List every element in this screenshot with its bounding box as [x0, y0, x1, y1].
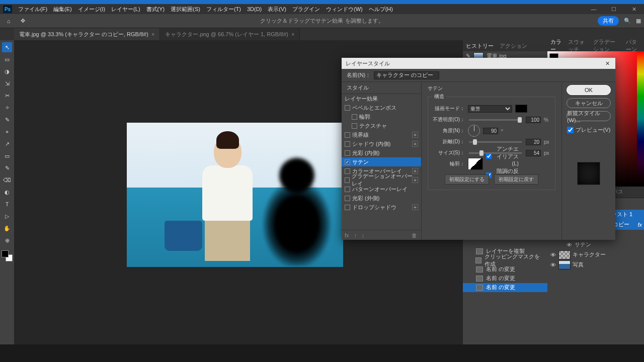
menu-window[interactable]: ウィンドウ(W)	[326, 6, 363, 13]
style-checkbox[interactable]	[345, 168, 350, 174]
trash-icon[interactable]: 🗑	[412, 232, 417, 238]
add-icon[interactable]: +	[412, 141, 418, 147]
share-button[interactable]: 共有	[598, 16, 619, 26]
layer-effect-header[interactable]: レイヤー効果	[342, 94, 421, 103]
style-item-ドロップシャドウ[interactable]: ドロップシャドウ+	[342, 203, 421, 212]
style-item-サテン[interactable]: ✓サテン	[342, 157, 421, 166]
layer-name-input[interactable]	[374, 71, 439, 79]
up-icon[interactable]: ↑	[354, 232, 357, 238]
preview-checkbox[interactable]: プレビュー(V)	[567, 126, 611, 134]
add-icon[interactable]: +	[412, 132, 418, 138]
antialias-checkbox[interactable]: アンチエイリアス(L)	[486, 145, 519, 166]
style-checkbox[interactable]	[345, 132, 350, 138]
new-style-button[interactable]: 新規スタイル(W)...	[567, 111, 611, 121]
menu-image[interactable]: イメージ(I)	[78, 6, 105, 13]
style-checkbox[interactable]	[345, 196, 350, 201]
history-item[interactable]: クリッピングマスクを作成	[463, 256, 547, 265]
actions-tab[interactable]: アクション	[500, 42, 527, 50]
style-checkbox[interactable]: ✓	[345, 159, 350, 165]
heal-tool[interactable]: ✎	[2, 115, 12, 125]
menu-file[interactable]: ファイル(F)	[18, 6, 47, 13]
home-icon[interactable]: ⌂	[4, 17, 13, 26]
menu-3d[interactable]: 3D(D)	[247, 6, 262, 12]
style-item-シャドウ (内側)[interactable]: シャドウ (内側)+	[342, 139, 421, 148]
eye-icon[interactable]: 👁	[566, 242, 573, 248]
make-default-button[interactable]: 初期設定にする	[445, 174, 489, 185]
style-checkbox[interactable]	[345, 187, 350, 192]
opacity-input[interactable]	[526, 117, 541, 123]
close-icon[interactable]: ×	[291, 31, 294, 37]
menu-select[interactable]: 選択範囲(S)	[171, 6, 200, 13]
style-item-光彩 (外側)[interactable]: 光彩 (外側)	[342, 194, 421, 203]
add-icon[interactable]: +	[412, 177, 418, 183]
gradient-tool[interactable]: ⌫	[2, 175, 12, 185]
frame-tool[interactable]: ✂	[2, 90, 12, 101]
style-checkbox[interactable]	[345, 150, 350, 156]
menu-view[interactable]: 表示(V)	[268, 6, 286, 13]
contour-picker[interactable]	[468, 158, 483, 170]
style-checkbox[interactable]	[345, 177, 350, 183]
layer-row[interactable]: 👁写真	[547, 260, 644, 270]
style-item-輪郭[interactable]: 輪郭	[342, 112, 421, 121]
lasso-tool[interactable]: ◑	[2, 66, 12, 76]
color-swatch[interactable]	[515, 105, 527, 113]
path-tool[interactable]: ▷	[2, 211, 12, 221]
workspace-icon[interactable]: ▦	[636, 18, 641, 24]
style-checkbox[interactable]	[352, 123, 357, 129]
history-item[interactable]: 名前 の変更	[463, 283, 547, 292]
dialog-close-icon[interactable]: ✕	[603, 59, 611, 67]
window-maximize-icon[interactable]: ☐	[604, 4, 624, 14]
eyedropper-tool[interactable]: ✧	[2, 103, 12, 113]
distance-input[interactable]	[526, 139, 541, 145]
style-item-境界線[interactable]: 境界線+	[342, 130, 421, 139]
type-tool[interactable]: T	[2, 199, 12, 209]
fx-icon[interactable]: fx	[345, 232, 349, 238]
distance-slider[interactable]	[469, 141, 522, 143]
menu-plugin[interactable]: プラグイン	[292, 6, 320, 13]
doc-tab-1[interactable]: 電車.jpg @ 33.3% (キャラクター のコピー, RGB/8#) ×	[14, 28, 160, 40]
hand-tool[interactable]: ✋	[2, 223, 12, 233]
fg-bg-swatch[interactable]	[2, 250, 13, 261]
history-item[interactable]: 名前 の変更	[463, 274, 547, 283]
move-tool-icon[interactable]: ✥	[18, 17, 27, 26]
style-checkbox[interactable]	[345, 205, 350, 210]
style-checkbox[interactable]	[345, 141, 350, 147]
style-item-ベベルとエンボス[interactable]: ベベルとエンボス	[342, 103, 421, 112]
doc-tab-2[interactable]: キャラクター.png @ 66.7% (レイヤー 1, RGB/8#) ×	[160, 28, 300, 40]
size-input[interactable]	[526, 150, 541, 156]
eraser-tool[interactable]: ✎	[2, 163, 12, 173]
marquee-tool[interactable]: ▭	[2, 54, 12, 64]
reset-default-button[interactable]: 初期設定に戻す	[494, 174, 538, 185]
window-close-icon[interactable]: ✕	[624, 4, 644, 14]
style-checkbox[interactable]	[345, 105, 350, 111]
style-checkbox[interactable]	[352, 114, 357, 120]
history-brush-tool[interactable]: ▭	[2, 151, 12, 161]
search-icon[interactable]: 🔍	[624, 18, 631, 24]
cancel-button[interactable]: キャンセル	[567, 98, 611, 108]
add-icon[interactable]: +	[412, 204, 418, 210]
angle-input[interactable]	[483, 128, 498, 134]
blend-mode-select[interactable]: 乗算	[468, 105, 512, 113]
zoom-tool[interactable]: ⊕	[2, 235, 12, 245]
blur-tool[interactable]: ◐	[2, 187, 12, 197]
style-item-パターンオーバーレイ[interactable]: パターンオーバーレイ	[342, 185, 421, 194]
brush-tool[interactable]: ⌖	[2, 127, 12, 137]
ok-button[interactable]: OK	[567, 85, 611, 95]
menu-filter[interactable]: フィルター(T)	[206, 6, 241, 13]
angle-dial[interactable]	[468, 125, 480, 137]
close-icon[interactable]: ×	[151, 31, 154, 37]
layer-row[interactable]: 👁サテン	[547, 240, 644, 250]
document-image[interactable]	[127, 123, 343, 267]
style-item-グラデーションオーバーレイ[interactable]: グラデーションオーバーレイ+	[342, 175, 421, 185]
layer-row[interactable]: 👁キャラクター	[547, 250, 644, 260]
style-item-光彩 (内側)[interactable]: 光彩 (内側)	[342, 148, 421, 157]
opacity-slider[interactable]	[469, 119, 522, 121]
size-slider[interactable]	[469, 152, 522, 154]
style-item-テクスチャ[interactable]: テクスチャ	[342, 121, 421, 130]
menu-help[interactable]: ヘルプ(H)	[369, 6, 393, 13]
menu-layer[interactable]: レイヤー(L)	[111, 6, 140, 13]
menu-type[interactable]: 書式(Y)	[146, 6, 165, 13]
crop-tool[interactable]: ⇲	[2, 78, 12, 88]
menu-edit[interactable]: 編集(E)	[53, 6, 72, 13]
hue-slider[interactable]	[637, 51, 644, 187]
